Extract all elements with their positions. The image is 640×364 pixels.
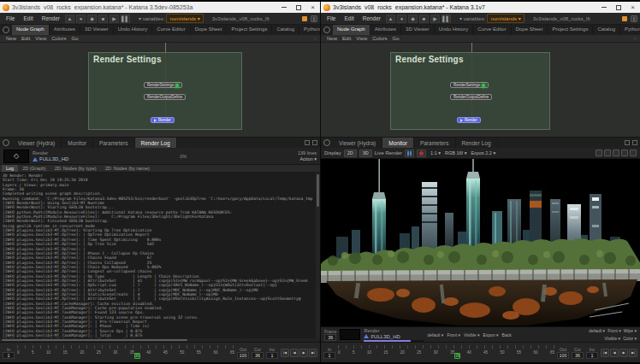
main-tab[interactable]: Curve Editor [152,25,190,35]
menu-edit[interactable]: Edit [20,15,36,21]
main-tab[interactable]: Attributes [50,25,80,35]
pane-tab[interactable]: Monitor [62,138,93,148]
play-icon[interactable]: ▶ [430,15,440,23]
minimize-button[interactable] [596,2,611,13]
frame-value[interactable]: 36 [324,334,336,341]
crop-icon[interactable] [613,150,619,156]
channels-dropdown[interactable]: RGB 16f ▾ [445,150,466,156]
save-indicator-icon[interactable] [302,16,307,21]
panel-menu-icon[interactable] [3,139,9,146]
nodegraph-menu-item[interactable]: New [324,36,340,41]
live-render-toggle[interactable]: Live Render [375,150,402,156]
buffer-dropdown[interactable]: default ▾ [589,328,605,333]
menu-file[interactable]: File [323,15,339,21]
timeline-ruler[interactable]: 05101520253035404550556065 36 [338,345,554,361]
panel-menu-icon[interactable] [323,26,330,33]
out-value[interactable]: 100 [557,352,569,359]
zoom-level-dropdown[interactable]: 1:1 ▾ [430,150,441,156]
node-renderoutputdefine[interactable]: RenderOutputDefine [450,94,492,100]
pause-icon[interactable]: ▌▌ [121,15,130,23]
timeline-cur-field[interactable]: Cur 36 [252,347,264,359]
main-tab[interactable]: 3D Viewer [80,25,114,35]
render-thumbnail[interactable]: ◇ [3,150,29,163]
snapshot-icon[interactable] [630,150,637,156]
buffer-dropdown[interactable]: Visible ▾ [464,332,480,338]
transport-button[interactable]: ▶| [629,349,637,357]
main-tab[interactable]: Dope Sheet [512,25,548,35]
timeline-inc-field[interactable]: Inc 1 [586,347,598,359]
render-status-icon[interactable]: || [631,15,637,22]
nodegraph-menu-item[interactable]: Colors [49,36,68,41]
main-tab[interactable]: Node Graph [12,25,50,35]
main-tab[interactable]: Catalog [593,25,620,35]
pane-tab[interactable]: Monitor [382,138,414,148]
buffer-dropdown[interactable]: Front ▾ [447,332,460,338]
maximize-pane-icon[interactable] [632,140,637,145]
maximize-pane-icon[interactable] [312,140,317,145]
transport-button[interactable]: |◀ [601,349,609,357]
nodegraph-menu-item[interactable]: Colors [370,36,389,41]
node-rendersettings[interactable]: RenderSettings [144,82,182,88]
close-button[interactable]: × [305,2,320,13]
menu-edit[interactable]: Edit [341,15,357,21]
buffer-dropdown[interactable]: Front ▾ [607,328,621,333]
pointer-icon[interactable]: ▲ [65,15,74,23]
nodegraph-canvas[interactable]: Render Settings RenderSettings RenderOut… [321,43,640,137]
action-dropdown[interactable]: Action ▾ [299,156,317,161]
transport-button[interactable]: ◀ [290,349,299,357]
render-pass-name[interactable]: FULL3D_HD [33,156,68,161]
buffer-dropdown[interactable]: Back [502,332,512,338]
gear-icon[interactable]: ● [76,15,86,23]
find-icon[interactable]: ◌ [313,36,317,41]
save-indicator-icon[interactable] [622,16,627,21]
timeline-in-field[interactable]: In 1 [323,347,335,359]
transport-button[interactable]: ◀ [610,349,619,357]
find-icon[interactable]: ◌ [633,36,637,41]
view-2d-button[interactable]: 2D [344,150,357,157]
timeline-in-field[interactable]: In 1 [3,347,15,359]
monitor-canvas[interactable] [321,159,640,326]
cur-value[interactable]: 36 [572,352,584,359]
inc-value[interactable]: 1 [586,352,598,359]
node-renderoutputdefine[interactable]: RenderOutputDefine [144,94,186,100]
main-tab[interactable]: Python [620,25,640,35]
pan-icon[interactable] [604,150,611,156]
pin-icon[interactable] [625,140,630,145]
main-tab[interactable]: Attributes [370,25,401,35]
overlay-icon[interactable] [621,150,628,156]
pane-tab[interactable]: Parameters [93,138,135,148]
main-tab[interactable]: Curve Editor [473,25,511,35]
timeline-cur-field[interactable]: Cur 36 [572,347,584,359]
in-value[interactable]: 1 [3,352,15,359]
display-dropdown[interactable]: Display [324,150,341,156]
menu-render[interactable]: Render [39,15,63,21]
snap-icon[interactable]: ◆ [408,15,418,23]
menu-file[interactable]: File [3,15,18,21]
panel-menu-icon[interactable] [323,139,330,146]
menu-render[interactable]: Render [359,15,384,21]
scrollbar-thumb[interactable] [317,174,319,207]
play-icon[interactable]: ▶ [110,15,119,23]
panel-menu-icon[interactable] [3,26,9,33]
buffer-dropdown[interactable]: Visible ▾ [605,336,621,341]
stop-icon[interactable]: ■ [419,15,429,23]
cur-value[interactable]: 36 [252,352,264,359]
nodegraph-canvas[interactable]: Render Settings RenderSettings RenderOut… [0,43,320,137]
nodegraph-menu-item[interactable]: View [353,36,370,41]
current-frame-marker[interactable]: 36 [453,345,461,361]
stop-icon[interactable]: ■ [98,15,108,23]
render-status-icon[interactable]: || [311,15,317,22]
pane-tab[interactable]: Viewer (Hydra) [333,138,382,148]
main-tab[interactable]: Catalog [272,25,299,35]
buffer-dropdown[interactable]: Wipe ▾ [624,328,637,333]
title-bar[interactable]: 3v3islands_v08_rocks_expansion.katana* -… [321,2,640,13]
session-name[interactable]: 3v3islands_v08_rocks_lft [212,16,270,21]
exposure-dropdown[interactable]: Expos 2.2 ▾ [471,150,495,156]
snap-icon[interactable]: ◆ [87,15,97,23]
pause-icon[interactable]: ▌▌ [441,15,451,23]
view-3d-button[interactable]: 3D [359,150,372,157]
pane-tab[interactable]: Parameters [414,138,456,148]
nodegraph-menu-item[interactable]: View [33,36,49,41]
buffer-dropdown[interactable]: Color ▾ [623,336,637,341]
main-tab[interactable]: Undo History [114,25,153,35]
